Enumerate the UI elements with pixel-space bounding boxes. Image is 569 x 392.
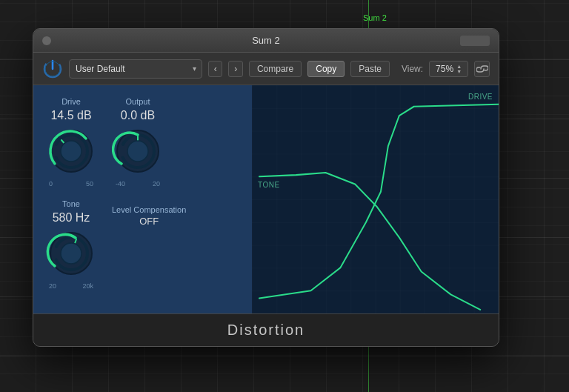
tone-value: 580 Hz [53,211,90,225]
copy-button[interactable]: Copy [307,61,345,77]
zoom-value: 75% [436,64,453,74]
output-range: -40 20 [116,180,160,187]
nav-forward-button[interactable]: › [228,61,242,77]
view-label: View: [402,64,423,74]
tone-knob[interactable] [45,227,97,279]
zoom-control[interactable]: 75% ▲▼ [429,61,468,77]
traffic-lights [42,36,51,45]
tone-range: 20 20k [49,282,93,290]
toolbar: User Default ‹ › Compare Copy Paste View… [33,53,499,85]
sum2-track-label: Sum 2 [363,13,387,22]
bottom-knob-row: Tone 580 Hz 20 20k [45,199,240,290]
drive-label: Drive [61,97,81,106]
output-knob-group: Output 0.0 dB -40 20 [112,97,164,187]
drive-knob[interactable] [45,125,97,177]
drive-graph-label: DRIVE [468,93,493,101]
nav-back-button[interactable]: ‹ [208,61,222,77]
distortion-graph [252,85,499,313]
zoom-arrows: ▲▼ [456,64,462,74]
svg-point-10 [127,141,148,162]
close-dot[interactable] [42,36,51,45]
drive-knob-group: Drive 14.5 dB 0 [45,97,97,187]
svg-point-14 [61,243,81,264]
track-line [0,356,569,356]
preset-dropdown[interactable]: User Default [69,59,202,79]
preset-selector[interactable]: User Default [69,59,202,79]
compare-button[interactable]: Compare [249,61,302,77]
window-resize-btn[interactable] [460,36,490,46]
title-bar: Sum 2 [33,29,499,53]
window-title: Sum 2 [252,35,280,46]
level-comp-label: Level Compensation [112,205,186,214]
svg-rect-15 [252,85,499,313]
graph-panel: DRIVE TONE [252,85,499,313]
plugin-footer: Distortion [33,313,499,346]
link-button[interactable] [474,61,490,77]
level-comp-value: OFF [139,216,159,227]
level-compensation-group: Level Compensation OFF [112,205,186,227]
power-button[interactable] [42,56,63,82]
main-content: Drive 14.5 dB 0 [33,85,499,313]
output-knob[interactable] [112,125,164,177]
paste-button[interactable]: Paste [350,61,390,77]
controls-panel: Drive 14.5 dB 0 [33,85,252,313]
top-knob-row: Drive 14.5 dB 0 [45,97,240,187]
tone-knob-group: Tone 580 Hz 20 20k [45,199,97,290]
plugin-name: Distortion [227,322,305,339]
tone-label: Tone [62,199,80,208]
drive-value: 14.5 dB [50,109,91,122]
output-label: Output [125,97,150,106]
tone-graph-label: TONE [258,181,280,189]
drive-range: 0 50 [49,180,93,187]
plugin-window: Sum 2 User Default ‹ › Compare Copy Past… [33,28,499,347]
output-value: 0.0 dB [121,109,155,122]
svg-point-6 [61,141,81,162]
